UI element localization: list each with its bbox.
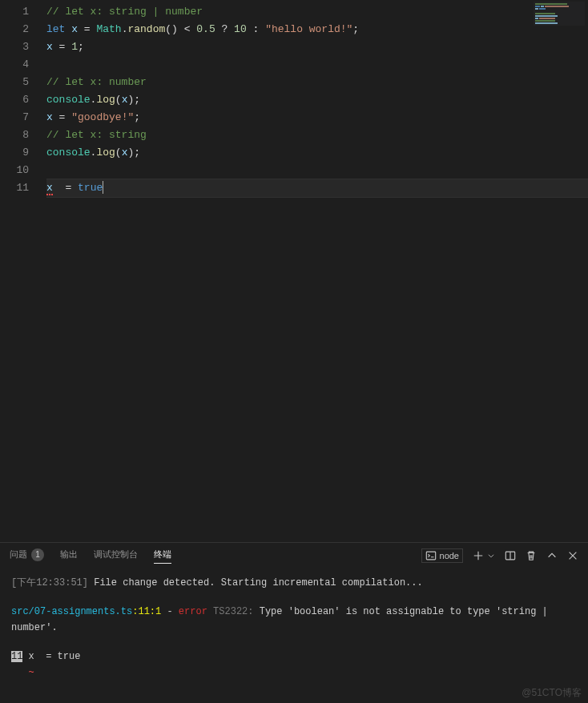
tab-terminal[interactable]: 终端 — [154, 548, 171, 564]
plus-icon — [473, 550, 484, 561]
code-line[interactable]: x = "goodbye!"; — [46, 109, 588, 127]
split-terminal-button[interactable] — [505, 550, 516, 561]
line-number: 8 — [0, 127, 46, 144]
tab-debug-console[interactable]: 调试控制台 — [94, 548, 138, 563]
line-number: 7 — [0, 109, 46, 127]
tab-label: 调试控制台 — [94, 548, 138, 560]
code-line[interactable] — [46, 162, 588, 179]
code-line[interactable]: // let x: string | number — [46, 3, 588, 21]
terminal-output[interactable]: [下午12:33:51] File change detected. Start… — [0, 568, 588, 703]
tab-label: 输出 — [60, 548, 78, 560]
node-label: node — [440, 551, 459, 560]
code-line[interactable]: // let x: number — [46, 74, 588, 91]
error-squiggle: x — [46, 182, 53, 195]
close-panel-button[interactable] — [567, 550, 578, 561]
trash-icon — [526, 550, 537, 561]
svg-rect-0 — [426, 552, 435, 560]
panel-actions: node — [421, 548, 578, 563]
terminal-profile-dropdown[interactable]: node — [421, 548, 463, 563]
text-cursor — [103, 181, 103, 194]
line-number: 2 — [0, 21, 46, 38]
panel-tabs: 问题 1 输出 调试控制台 终端 node — [0, 543, 588, 568]
code-line[interactable] — [46, 56, 588, 74]
terminal-marker-line: ~ — [11, 665, 577, 681]
problems-badge: 1 — [31, 548, 44, 561]
line-number: 1 — [0, 3, 46, 21]
line-number: 9 — [0, 144, 46, 162]
line-number: 4 — [0, 56, 46, 74]
kill-terminal-button[interactable] — [526, 550, 537, 561]
code-line[interactable]: x = true — [46, 179, 588, 198]
line-number: 6 — [0, 91, 46, 109]
watermark: @51CTO博客 — [522, 686, 582, 700]
split-icon — [505, 550, 516, 561]
line-number: 3 — [0, 38, 46, 56]
tab-output[interactable]: 输出 — [60, 548, 78, 563]
terminal-error-line: src/07-assignments.ts:11:1 - error TS232… — [11, 604, 577, 636]
minimap[interactable] — [534, 2, 585, 26]
close-icon — [567, 550, 578, 561]
terminal-context-line: 11 x = true — [11, 649, 577, 665]
line-number: 10 — [0, 162, 46, 179]
code-line[interactable]: // let x: string — [46, 127, 588, 144]
tab-problems[interactable]: 问题 1 — [10, 548, 44, 564]
code-line[interactable]: console.log(x); — [46, 91, 588, 109]
chevron-up-icon — [546, 550, 558, 561]
tab-label: 问题 — [10, 548, 27, 560]
code-line[interactable]: let x = Math.random() < 0.5 ? 10 : "hell… — [46, 21, 588, 38]
code-line[interactable]: console.log(x); — [46, 144, 588, 162]
new-terminal-button[interactable] — [473, 550, 495, 561]
terminal-line: [下午12:33:51] File change detected. Start… — [11, 575, 577, 591]
terminal-icon — [425, 550, 437, 561]
code-content[interactable]: // let x: string | numberlet x = Math.ra… — [46, 0, 588, 542]
code-editor[interactable]: 1234567891011 // let x: string | numberl… — [0, 0, 588, 542]
code-line[interactable]: x = 1; — [46, 38, 588, 56]
line-number: 5 — [0, 74, 46, 91]
line-gutter: 1234567891011 — [0, 0, 46, 542]
bottom-panel: 问题 1 输出 调试控制台 终端 node — [0, 542, 588, 703]
maximize-panel-button[interactable] — [546, 550, 558, 561]
chevron-down-icon — [487, 550, 495, 561]
tab-label: 终端 — [154, 548, 171, 560]
line-number: 11 — [0, 179, 46, 197]
